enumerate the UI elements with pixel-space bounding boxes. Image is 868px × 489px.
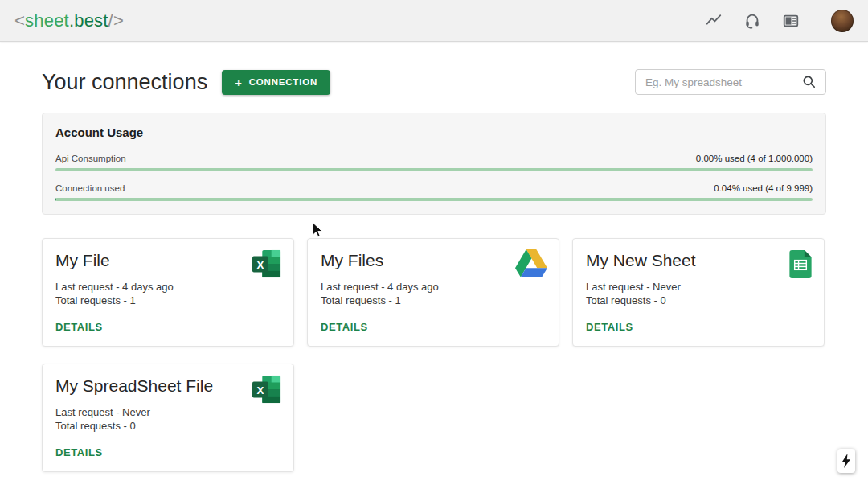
- total-requests: Total requests - 1: [321, 294, 546, 308]
- meter-row: Api Consumption 0.00% used (4 of 1.000.0…: [55, 154, 813, 163]
- connection-used-progressbar: [55, 198, 813, 201]
- connection-name: My Files: [321, 251, 506, 270]
- lightning-bolt-button[interactable]: [837, 449, 855, 473]
- sheet-best-logo[interactable]: <sheet.best/>: [14, 10, 124, 31]
- last-request: Last request - Never: [55, 406, 280, 420]
- last-request: Last request - 4 days ago: [55, 281, 280, 294]
- details-button[interactable]: DETAILS: [321, 321, 368, 333]
- google-drive-icon: [515, 249, 547, 281]
- activity-chart-icon[interactable]: [704, 11, 723, 31]
- api-consumption-progressbar: [55, 168, 813, 171]
- add-connection-button[interactable]: + CONNECTION: [222, 70, 330, 95]
- add-connection-label: CONNECTION: [249, 77, 317, 87]
- logo-name-dark: .best: [69, 10, 108, 31]
- svg-text:X: X: [257, 384, 264, 397]
- total-requests: Total requests - 0: [586, 294, 811, 308]
- connection-meta: Last request - 4 days ago Total requests…: [321, 281, 546, 307]
- google-sheets-icon: [788, 249, 813, 282]
- connection-card-my-new-sheet: My New Sheet Last request - N: [572, 238, 825, 347]
- lightning-bolt-icon: [841, 454, 851, 468]
- details-button[interactable]: DETAILS: [55, 446, 103, 458]
- connection-used-meter: Connection used 0.04% used (4 of 9.999): [55, 183, 813, 201]
- account-usage-title: Account Usage: [55, 125, 813, 139]
- top-bar-icons: [704, 10, 854, 32]
- connection-used-value: 0.04% used (4 of 9.999): [714, 183, 813, 193]
- connection-name: My SpreadSheet File: [55, 376, 240, 396]
- search-icon[interactable]: [801, 74, 817, 90]
- excel-icon: X: [252, 375, 282, 407]
- user-avatar[interactable]: [831, 10, 854, 32]
- last-request: Last request - 4 days ago: [321, 281, 546, 294]
- reader-card-icon[interactable]: [781, 11, 800, 31]
- connection-meta: Last request - Never Total requests - 0: [586, 281, 811, 307]
- account-usage-panel: Account Usage Api Consumption 0.00% used…: [42, 113, 826, 215]
- connection-card-my-spreadsheet-file: My SpreadSheet File X Last request - Nev…: [42, 364, 294, 472]
- connection-card-my-files: My Files Last request - 4 days ago Total…: [307, 238, 559, 347]
- excel-icon: X: [252, 249, 282, 281]
- main-content: Your connections + CONNECTION Account Us…: [0, 69, 868, 472]
- connection-name: My File: [55, 251, 240, 270]
- connection-cards-grid: My File X Last request - 4 days ago Tota…: [42, 238, 826, 472]
- title-row: Your connections + CONNECTION: [42, 69, 826, 95]
- connection-meta: Last request - Never Total requests - 0: [55, 406, 280, 433]
- api-consumption-label: Api Consumption: [55, 154, 126, 163]
- connection-meta: Last request - 4 days ago Total requests…: [55, 281, 280, 307]
- logo-open-bracket: <: [14, 10, 25, 31]
- search-box: [635, 69, 826, 95]
- logo-close-bracket: />: [108, 10, 124, 31]
- headset-icon[interactable]: [743, 11, 762, 31]
- svg-text:X: X: [257, 259, 264, 271]
- plus-icon: +: [235, 76, 243, 89]
- top-bar: <sheet.best/>: [0, 0, 868, 42]
- details-button[interactable]: DETAILS: [55, 321, 103, 333]
- details-button[interactable]: DETAILS: [586, 321, 633, 333]
- api-consumption-value: 0.00% used (4 of 1.000.000): [696, 154, 813, 163]
- connection-used-label: Connection used: [55, 183, 125, 193]
- meter-row: Connection used 0.04% used (4 of 9.999): [55, 183, 813, 193]
- total-requests: Total requests - 1: [55, 294, 280, 308]
- connection-name: My New Sheet: [586, 251, 771, 270]
- app-window: <sheet.best/>: [0, 0, 868, 489]
- logo-name-light: sheet: [25, 10, 69, 31]
- connection-card-my-file: My File X Last request - 4 days ago Tota…: [42, 238, 294, 347]
- api-consumption-meter: Api Consumption 0.00% used (4 of 1.000.0…: [55, 154, 813, 171]
- search-input[interactable]: [645, 76, 801, 88]
- total-requests: Total requests - 0: [55, 420, 280, 434]
- page-title: Your connections: [42, 70, 207, 95]
- last-request: Last request - Never: [586, 281, 811, 294]
